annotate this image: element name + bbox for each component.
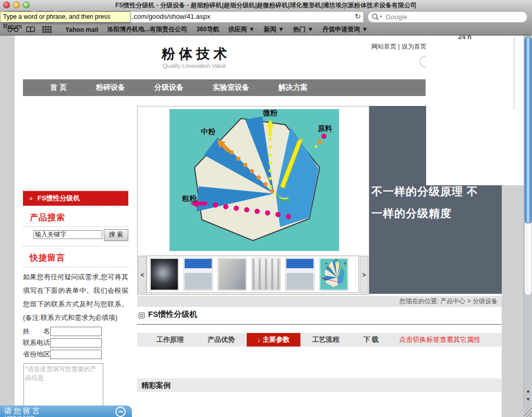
svg-text:粗粉: 粗粉 bbox=[182, 194, 197, 202]
divider bbox=[23, 267, 128, 267]
form-row-name: 姓 名: bbox=[23, 327, 128, 338]
sidebar: » FS惯性分级机 产品搜索 搜 索 快捷留言 如果您有任何疑问或需求,您可将其… bbox=[23, 35, 128, 416]
overlay-border bbox=[514, 38, 514, 110]
web-search-input[interactable]: Google bbox=[367, 11, 528, 23]
divider bbox=[23, 190, 128, 190]
breadcrumb[interactable]: 您现在的位置: 产品中心 > 分级设备 bbox=[137, 296, 502, 307]
thumbnail-strip: 微粉 中粉 原料 粗粉 bbox=[147, 256, 359, 293]
carousel-thumbnail[interactable] bbox=[217, 258, 247, 291]
chevron-right-icon: » bbox=[29, 195, 33, 202]
bookmark-item[interactable]: 洛阳博丹机电...有限责任公司 bbox=[107, 25, 187, 34]
nav-item-classifying[interactable]: 分级设备 bbox=[154, 83, 184, 92]
page-content: 粉体技术 Quality Lnnovation Value 网站首页 | 设为首… bbox=[15, 35, 502, 417]
minimize-icon[interactable] bbox=[115, 407, 126, 417]
scrollbar-thumb[interactable] bbox=[525, 37, 531, 223]
classifier-diagram-image: 微粉 中粉 原料 粗粉 bbox=[170, 109, 339, 251]
svg-text:原料: 原料 bbox=[317, 124, 332, 133]
tab-working-principle[interactable]: 工作原理 bbox=[144, 333, 196, 347]
carousel-thumbnail[interactable]: 微粉 中粉 原料 粗粉 bbox=[319, 258, 348, 291]
url-text: .com/goods/show/41.aspx bbox=[132, 13, 210, 20]
scroll-up-arrow[interactable]: ▲ bbox=[524, 388, 532, 394]
leave-note-subtitle: Leave us a note bbox=[5, 414, 34, 417]
scroll-down-arrow[interactable]: ▼ bbox=[524, 397, 532, 402]
carousel-thumbnail[interactable] bbox=[285, 258, 315, 291]
top-sites-grid-icon[interactable] bbox=[42, 26, 52, 33]
bookmark-folder[interactable]: 丹笛申请查询 ▼ bbox=[322, 25, 368, 34]
leave-note-bar[interactable]: 请您留言 Leave us a note bbox=[0, 406, 132, 417]
quick-message-heading: 快捷留言 bbox=[30, 253, 128, 264]
cases-heading: 精彩案例 bbox=[137, 378, 502, 392]
browser-window: FS惯性分级机 - 分级设备 - 超细粉碎机|超细分级机|超微粉碎机|球化整形机… bbox=[0, 0, 532, 417]
page-viewport: 粉体技术 Quality Lnnovation Value 网站首页 | 设为首… bbox=[0, 35, 524, 417]
thumbnail-carousel: < 微粉 中粉 原料 粗粉 > bbox=[138, 255, 369, 294]
bookmark-item[interactable]: 360导航 bbox=[196, 25, 219, 34]
scrollbar-track-inset bbox=[525, 223, 531, 295]
partial-hotline-text: 24 h bbox=[458, 35, 479, 40]
reload-icon[interactable]: ↻ bbox=[355, 12, 361, 20]
carousel-next-button[interactable]: > bbox=[360, 256, 368, 293]
nav-item-lab[interactable]: 实验室设备 bbox=[213, 83, 249, 92]
tab-main-parameters[interactable]: ↓主要参数 bbox=[247, 333, 300, 347]
thumbnail-image: 微粉 中粉 原料 粗粉 bbox=[320, 259, 347, 290]
window-titlebar[interactable]: FS惯性分级机 - 分级设备 - 超细粉碎机|超细分级机|超微粉碎机|球化整形机… bbox=[0, 0, 532, 9]
carousel-thumbnail[interactable] bbox=[150, 258, 179, 291]
form-row-phone: 联系电话: bbox=[23, 338, 128, 350]
product-title-icon bbox=[139, 313, 144, 318]
carousel-thumbnail[interactable] bbox=[251, 258, 281, 291]
site-slogan: Quality Lnnovation Value bbox=[163, 63, 226, 69]
active-tab-marker: ↓ bbox=[257, 336, 261, 343]
svg-text:微粉: 微粉 bbox=[335, 259, 338, 261]
bookmark-item[interactable]: Yahoo mail bbox=[65, 26, 98, 33]
tab-advantages[interactable]: 产品优势 bbox=[196, 333, 247, 347]
thumbnail-image bbox=[185, 259, 212, 290]
thumbnail-image bbox=[252, 259, 280, 290]
blank-overlay-panel bbox=[426, 35, 524, 185]
thumbnail-image bbox=[151, 259, 178, 290]
sidebar-current-product[interactable]: » FS惯性分级机 bbox=[23, 191, 128, 206]
bookmark-folder[interactable]: 新闻 ▼ bbox=[264, 25, 284, 34]
window-title: FS惯性分级机 - 分级设备 - 超细粉碎机|超细分级机|超微粉碎机|球化整形机… bbox=[37, 1, 495, 9]
product-search-row: 搜 索 bbox=[23, 227, 128, 246]
product-search-heading: 产品搜索 bbox=[30, 212, 128, 223]
sidebar-current-label: FS惯性分级机 bbox=[38, 194, 80, 203]
carousel-thumbnail[interactable] bbox=[184, 258, 213, 291]
bookmarks-bar: Yahoo mail 洛阳博丹机电...有限责任公司 360导航 供应商 ▼ 新… bbox=[0, 24, 532, 35]
site-logo[interactable]: 粉体技术 bbox=[162, 45, 231, 63]
vertical-scrollbar[interactable]: ▲ ▼ bbox=[524, 35, 532, 417]
thumbnail-image bbox=[219, 259, 246, 290]
svg-text:微粉: 微粉 bbox=[262, 109, 278, 117]
bookmarks-book-icon[interactable] bbox=[26, 26, 35, 33]
window-resize-grip[interactable] bbox=[524, 407, 532, 417]
svg-text:中粉: 中粉 bbox=[201, 127, 216, 136]
name-field[interactable] bbox=[50, 327, 102, 336]
bookmark-folder[interactable]: 热门 ▼ bbox=[293, 25, 313, 34]
product-tabs: 工作原理 产品优势 ↓主要参数 工艺流程 下 载 点击切换标签查看其它属性 bbox=[137, 333, 502, 347]
top-links[interactable]: 网站首页 | 设为首页 bbox=[371, 42, 427, 51]
divider bbox=[137, 324, 502, 325]
minimize-window-button[interactable] bbox=[13, 2, 20, 8]
phone-field[interactable] bbox=[50, 338, 102, 348]
tab-process-flow[interactable]: 工艺流程 bbox=[300, 333, 352, 347]
product-media-box: 微粉 中粉 原料 粗粉 < 微粉 中粉 原料 粗粉 bbox=[137, 106, 369, 295]
banner-slogan: 不一样的分级原理 不一样的分级精度 bbox=[371, 181, 488, 224]
thumbnail-image bbox=[286, 259, 313, 290]
carousel-prev-button[interactable]: < bbox=[138, 256, 147, 293]
phone-label: 联系电话: bbox=[23, 339, 52, 347]
close-window-button[interactable] bbox=[3, 2, 10, 8]
region-label: 省份地区: bbox=[23, 350, 52, 358]
name-label: 姓 名: bbox=[23, 327, 52, 335]
product-title: FS惯性分级机 bbox=[148, 309, 197, 319]
search-icon bbox=[371, 13, 384, 21]
divider bbox=[23, 246, 128, 246]
zoom-window-button[interactable] bbox=[23, 2, 30, 8]
tab-download[interactable]: 下 载 bbox=[352, 333, 391, 347]
tabs-hint: 点击切换标签查看其它属性 bbox=[399, 335, 480, 344]
divider bbox=[23, 206, 128, 206]
region-field[interactable] bbox=[50, 350, 102, 359]
nav-item-solutions[interactable]: 解决方案 bbox=[279, 83, 308, 92]
search-button[interactable]: 搜 索 bbox=[104, 229, 128, 241]
message-intro-text: 如果您有任何疑问或需求,您可将其填写在下面的表单中。我们会根据您留下的联系方式及… bbox=[23, 270, 128, 325]
form-row-region: 省份地区: bbox=[23, 350, 128, 361]
bookmark-folder[interactable]: 供应商 ▼ bbox=[228, 25, 255, 34]
keyword-input[interactable] bbox=[33, 230, 102, 239]
